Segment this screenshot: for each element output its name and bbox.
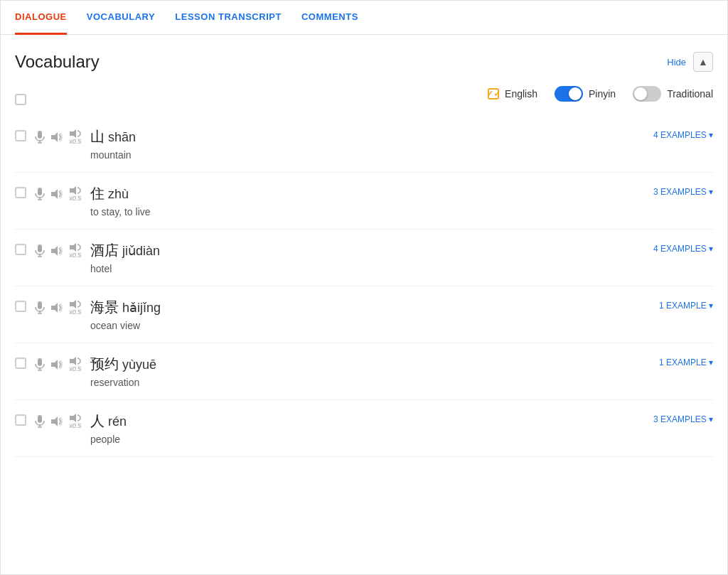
vocab-row: x0.5 山 shān mountain 4 EXAMPLES ▾ bbox=[15, 116, 713, 173]
speaker-icon[interactable] bbox=[50, 359, 63, 370]
vocab-translation-4: reservation bbox=[90, 377, 651, 388]
vocab-checkbox[interactable] bbox=[15, 130, 26, 141]
vocab-row-right-0: 4 EXAMPLES ▾ bbox=[653, 127, 713, 140]
traditional-toggle[interactable] bbox=[633, 86, 661, 102]
vocab-icons-1: x0.5 bbox=[35, 186, 82, 202]
svg-rect-10 bbox=[38, 244, 42, 252]
vocab-translation-0: mountain bbox=[90, 149, 645, 161]
speaker-slow-icon[interactable]: x0.5 bbox=[69, 129, 82, 145]
vocab-checkbox-1[interactable] bbox=[15, 187, 26, 198]
svg-marker-13 bbox=[51, 246, 58, 256]
vocab-content-2: 酒店 jiǔdiàn hotel bbox=[90, 241, 645, 274]
pinyin-label: Pinyin bbox=[589, 88, 616, 100]
mic-icon[interactable] bbox=[35, 358, 45, 371]
svg-rect-25 bbox=[38, 415, 42, 423]
mic-icon[interactable] bbox=[35, 188, 45, 200]
svg-marker-9 bbox=[70, 186, 76, 195]
pinyin-toggle[interactable] bbox=[555, 86, 583, 102]
vocab-chinese: 人 bbox=[90, 413, 105, 429]
vocab-word-3: 海景 hǎijǐng bbox=[90, 298, 651, 317]
vocab-translation-1: to stay, to live bbox=[90, 206, 645, 217]
svg-marker-14 bbox=[70, 243, 76, 252]
vocab-content-5: 人 rén people bbox=[90, 412, 645, 445]
speed-label: x0.5 bbox=[69, 366, 81, 372]
header-controls: Hide ▲ bbox=[667, 52, 713, 72]
vocab-row: x0.5 酒店 jiǔdiàn hotel 4 EXAMPLES ▾ bbox=[15, 230, 713, 286]
vocab-chinese: 酒店 bbox=[90, 242, 119, 258]
speaker-icon[interactable] bbox=[50, 188, 63, 200]
speed-label: x0.5 bbox=[69, 423, 81, 429]
vocab-pinyin: rén bbox=[108, 414, 127, 429]
examples-link-0[interactable]: 4 EXAMPLES ▾ bbox=[653, 130, 713, 140]
vocab-checkbox-2[interactable] bbox=[15, 244, 26, 255]
examples-link-1[interactable]: 3 EXAMPLES ▾ bbox=[653, 187, 713, 197]
vocab-row-right-3: 1 EXAMPLE ▾ bbox=[659, 298, 713, 311]
vocab-row: x0.5 海景 hǎijǐng ocean view 1 EXAMPLE ▾ bbox=[15, 286, 713, 343]
speaker-icon[interactable] bbox=[50, 302, 63, 313]
vocab-chinese: 山 bbox=[90, 129, 105, 144]
vocab-row: x0.5 人 rén people 3 EXAMPLES ▾ bbox=[15, 400, 713, 457]
vocab-content-0: 山 shān mountain bbox=[90, 127, 645, 161]
speaker-slow-icon[interactable]: x0.5 bbox=[69, 186, 82, 202]
vocab-content-3: 海景 hǎijǐng ocean view bbox=[90, 298, 651, 331]
vocab-word-5: 人 rén bbox=[90, 412, 645, 431]
vocab-word-2: 酒店 jiǔdiàn bbox=[90, 241, 645, 260]
svg-marker-29 bbox=[70, 414, 76, 422]
tab-dialogue[interactable]: DIALOGUE bbox=[15, 1, 67, 35]
mic-icon[interactable] bbox=[35, 301, 45, 314]
traditional-label: Traditional bbox=[667, 88, 713, 100]
vocab-checkbox-4[interactable] bbox=[15, 358, 26, 369]
collapse-button[interactable]: ▲ bbox=[693, 52, 713, 72]
vocab-row: x0.5 住 zhù to stay, to live 3 EXAMPLES ▾ bbox=[15, 173, 713, 230]
vocab-checkbox[interactable] bbox=[15, 358, 26, 369]
global-checkbox-row bbox=[15, 88, 26, 111]
vocab-checkbox[interactable] bbox=[15, 414, 26, 426]
pinyin-toggle-group: Pinyin bbox=[555, 86, 616, 102]
svg-rect-5 bbox=[38, 188, 42, 195]
examples-link-5[interactable]: 3 EXAMPLES ▾ bbox=[653, 414, 713, 424]
svg-marker-3 bbox=[51, 132, 58, 142]
tab-vocabulary[interactable]: VOCABULARY bbox=[87, 1, 155, 35]
vocab-word-1: 住 zhù bbox=[90, 184, 645, 203]
vocab-chinese: 海景 bbox=[90, 299, 119, 315]
global-checkbox[interactable] bbox=[15, 94, 26, 105]
vocab-checkbox-5[interactable] bbox=[15, 414, 26, 426]
english-checkbox[interactable]: ✓ bbox=[488, 88, 499, 100]
speaker-slow-icon[interactable]: x0.5 bbox=[69, 242, 82, 259]
speaker-icon[interactable] bbox=[50, 131, 63, 143]
speaker-slow-icon[interactable]: x0.5 bbox=[69, 299, 82, 316]
svg-marker-23 bbox=[51, 360, 58, 370]
speaker-icon[interactable] bbox=[50, 416, 63, 427]
vocab-chinese: 住 bbox=[90, 186, 105, 201]
vocab-icons-3: x0.5 bbox=[35, 299, 82, 316]
examples-link-4[interactable]: 1 EXAMPLE ▾ bbox=[659, 358, 713, 367]
vocab-checkbox[interactable] bbox=[15, 244, 26, 255]
vocab-list: x0.5 山 shān mountain 4 EXAMPLES ▾ bbox=[15, 116, 713, 457]
app-container: DIALOGUE VOCABULARY LESSON TRANSCRIPT CO… bbox=[0, 0, 728, 575]
tab-lesson-transcript[interactable]: LESSON TRANSCRIPT bbox=[175, 1, 282, 35]
vocab-pinyin: zhù bbox=[108, 187, 129, 201]
tabs-bar: DIALOGUE VOCABULARY LESSON TRANSCRIPT CO… bbox=[1, 1, 727, 35]
vocab-checkbox-3[interactable] bbox=[15, 301, 26, 312]
vocab-row-right-5: 3 EXAMPLES ▾ bbox=[653, 412, 713, 424]
mic-icon[interactable] bbox=[35, 415, 45, 428]
english-toggle-group: ✓ English bbox=[488, 88, 537, 100]
svg-marker-19 bbox=[70, 300, 76, 308]
vocab-checkbox[interactable] bbox=[15, 301, 26, 312]
svg-marker-8 bbox=[51, 189, 58, 199]
hide-link[interactable]: Hide bbox=[667, 57, 686, 68]
speaker-slow-icon[interactable]: x0.5 bbox=[69, 413, 82, 429]
mic-icon[interactable] bbox=[35, 131, 45, 144]
vocab-pinyin: hǎijǐng bbox=[122, 301, 161, 315]
examples-link-3[interactable]: 1 EXAMPLE ▾ bbox=[659, 301, 713, 311]
vocab-checkbox-0[interactable] bbox=[15, 130, 26, 141]
examples-link-2[interactable]: 4 EXAMPLES ▾ bbox=[653, 244, 713, 254]
vocab-word-0: 山 shān bbox=[90, 127, 645, 146]
speaker-icon[interactable] bbox=[50, 245, 63, 257]
vocab-checkbox[interactable] bbox=[15, 187, 26, 198]
traditional-toggle-group: Traditional bbox=[633, 86, 713, 102]
speed-label: x0.5 bbox=[69, 252, 81, 259]
speaker-slow-icon[interactable]: x0.5 bbox=[69, 356, 82, 372]
tab-comments[interactable]: COMMENTS bbox=[301, 1, 358, 35]
mic-icon[interactable] bbox=[35, 244, 45, 257]
